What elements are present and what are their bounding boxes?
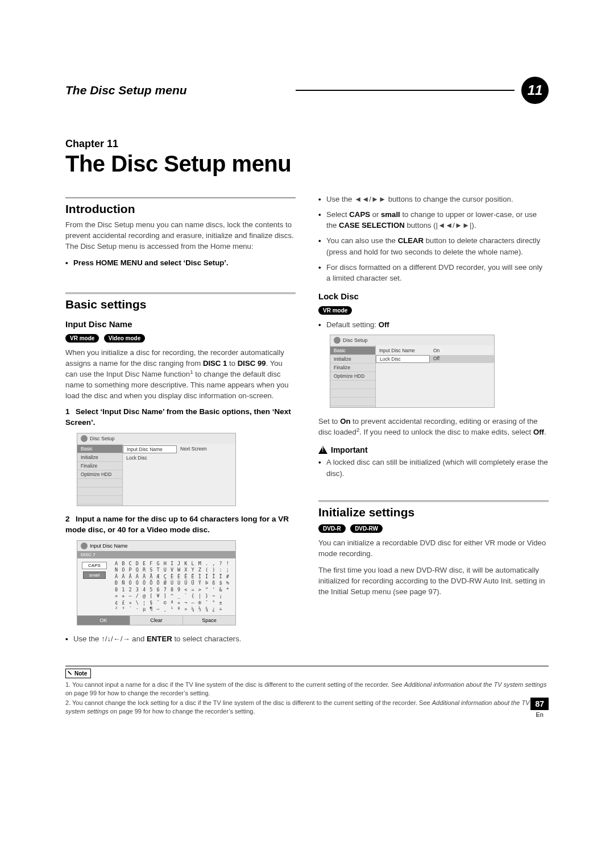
sidebar-item xyxy=(330,389,375,398)
sidebar-item xyxy=(77,479,122,487)
use-arrows-bullet: • Use the ↑/↓/←/→ and ENTER to select ch… xyxy=(65,633,296,644)
header-rule xyxy=(296,90,515,91)
char-row: ² ³ ´ · µ ¶ – ¸ ¹ º » ¼ ½ ¾ ¿ ÷ xyxy=(115,606,232,612)
text: buttons to change the cursor position. xyxy=(386,195,513,203)
clear-bullet: • You can also use the CLEAR button to d… xyxy=(318,235,549,257)
chapter-title: The Disc Setup menu xyxy=(65,151,549,177)
chapter-label: Chapter 11 xyxy=(65,138,549,150)
right-column: • Use the ◄◄/►► buttons to change the cu… xyxy=(318,194,549,649)
bullet-dot: • xyxy=(318,262,326,283)
disc-icon xyxy=(334,337,341,344)
text: and xyxy=(130,635,147,643)
option-lock-disc: Lock Disc xyxy=(123,454,177,461)
seek-icons: ◄◄/►► xyxy=(354,195,386,203)
bullet-dot: • xyxy=(318,457,326,478)
char-row: A B C D E F G H I J K L M . , ? ! xyxy=(115,561,232,567)
text: to select characters. xyxy=(172,635,242,643)
initialize-title: Initialize settings xyxy=(318,506,549,519)
initialize-p1: You can initialize a recordable DVD disc… xyxy=(318,537,549,559)
chapter-number-badge: 11 xyxy=(521,77,549,104)
vr-mode-badge: VR mode xyxy=(318,306,352,315)
char-row: ¤ + – / @ [ ¥ ] ^ _ ` { | } ~ ¡ xyxy=(115,593,232,599)
limited-charset-bullet: • For discs formatted on a different DVD… xyxy=(318,262,549,283)
char-row: Ð Ñ Ò Ó Ô Õ Ö Ø Ù Ú Û Ü Ý Þ ß $ % xyxy=(115,580,232,586)
text: . xyxy=(544,428,546,436)
footnotes: Note 1. You cannot input a name for a di… xyxy=(65,666,549,716)
dvd-r-badge: DVD-R xyxy=(318,524,346,533)
text: Use the xyxy=(73,635,101,643)
bullet-dot: • xyxy=(318,319,326,330)
screenshot-titlebar: Input Disc Name xyxy=(77,541,235,551)
case-selection-label: CASE SELECTION xyxy=(339,221,405,229)
clear-label: CLEAR xyxy=(398,236,424,245)
input-name-screenshot: Input Disc Name DISC 7 CAPS small A B C … xyxy=(77,540,236,625)
bullet-dot: • xyxy=(318,194,326,205)
screenshot-title: Disc Setup xyxy=(90,436,115,441)
disc-name-field: DISC 7 xyxy=(77,551,235,558)
bullet-dot: • xyxy=(65,257,73,268)
input-disc-name-title: Input Disc Name xyxy=(65,319,296,329)
section-rule xyxy=(65,293,296,294)
option-value xyxy=(177,454,235,461)
screenshot-options: Input Disc NameNext Screen Lock Disc xyxy=(123,444,235,506)
step-number: 1 xyxy=(65,407,76,418)
step-number: 2 xyxy=(65,514,76,525)
sidebar-item: Initialize xyxy=(77,453,122,462)
text: . If you need to unlock the disc to make… xyxy=(359,428,533,436)
arrow-icons: ↑/↓/←/→ xyxy=(101,635,130,643)
enter-label: ENTER xyxy=(147,635,172,643)
sidebar-item xyxy=(77,496,122,504)
vr-mode-badge: VR mode xyxy=(65,334,99,343)
disc-icon xyxy=(81,542,88,549)
sidebar-item: Finalize xyxy=(77,462,122,470)
text: 1. You cannot input a name for a disc if… xyxy=(65,681,404,688)
step-1: 1Select ‘Input Disc Name’ from the Basic… xyxy=(65,407,296,428)
default-value: Off xyxy=(379,320,389,329)
disc1-label: DISC 1 xyxy=(203,359,227,368)
disc99-label: DISC 99 xyxy=(238,359,266,368)
intro-body: From the Disc Setup menu you can name di… xyxy=(65,219,296,252)
note-label: Note xyxy=(74,670,87,678)
step-text: Input a name for the disc up to 64 chara… xyxy=(65,515,289,534)
screenshot-sidebar: Basic Initialize Finalize Optimize HDD xyxy=(330,345,376,407)
character-grid: A B C D E F G H I J K L M . , ? ! N O P … xyxy=(111,558,235,615)
screenshot-title: Input Disc Name xyxy=(90,543,128,549)
section-rule xyxy=(65,197,296,199)
screenshot-title: Disc Setup xyxy=(343,337,368,343)
clear-button: Clear xyxy=(130,616,183,625)
disc-type-badges: DVD-R DVD-RW xyxy=(318,523,549,533)
header-section-title: The Disc Setup menu xyxy=(65,84,284,97)
small-button: small xyxy=(83,571,106,579)
note-badge: Note xyxy=(65,669,91,679)
dvd-rw-badge: DVD-RW xyxy=(350,524,383,533)
caps-small-bullet: • Select CAPS or small to change to uppe… xyxy=(318,209,549,231)
option-on: On xyxy=(430,347,494,354)
char-row: 0 1 2 3 4 5 6 7 8 9 < = > " ' & * xyxy=(115,587,232,593)
text: or xyxy=(370,210,381,219)
option-input-disc-name: Input Disc Name xyxy=(376,347,430,354)
warning-icon xyxy=(318,446,327,454)
mode-badges: VR mode xyxy=(318,304,549,315)
sidebar-item xyxy=(330,381,375,389)
option-off: Off xyxy=(430,355,494,363)
text-italic: Additional information about the TV syst… xyxy=(404,681,547,688)
screenshot-options: Input Disc NameOn Lock DiscOff xyxy=(376,345,494,407)
bullet-dot: • xyxy=(65,633,73,644)
keyboard-bottom-row: OK Clear Space xyxy=(77,615,235,625)
video-mode-badge: Video mode xyxy=(104,334,146,343)
space-button: Space xyxy=(183,616,235,625)
intro-title: Introduction xyxy=(65,202,296,216)
text: to xyxy=(227,359,237,368)
char-row: ¢ £ ¤ \ ¦ § ¨ © ª « ¬ – ® ¯ ° ± xyxy=(115,600,232,606)
disc-setup-screenshot-2: Disc Setup Basic Initialize Finalize Opt… xyxy=(330,335,495,408)
text: Select xyxy=(326,210,349,219)
important-heading: Important xyxy=(318,445,549,454)
sidebar-item: Optimize HDD xyxy=(330,372,375,381)
page: The Disc Setup menu 11 Chapter 11 The Di… xyxy=(0,0,614,751)
sidebar-item: Finalize xyxy=(330,364,375,372)
caps-button: CAPS xyxy=(82,562,107,569)
disc-setup-screenshot-1: Disc Setup Basic Initialize Finalize Opt… xyxy=(77,433,236,506)
text: Default setting: xyxy=(326,320,379,329)
basic-title: Basic settings xyxy=(65,298,296,311)
text: buttons (|◄◄/►►|). xyxy=(405,221,476,229)
